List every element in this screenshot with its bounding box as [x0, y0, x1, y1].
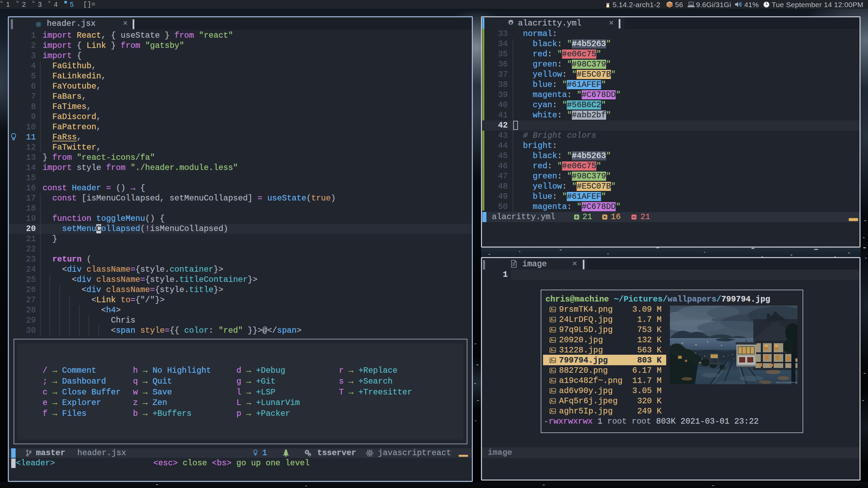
svg-text:www.DesktopBackground.org: www.DesktopBackground.org [775, 381, 797, 384]
